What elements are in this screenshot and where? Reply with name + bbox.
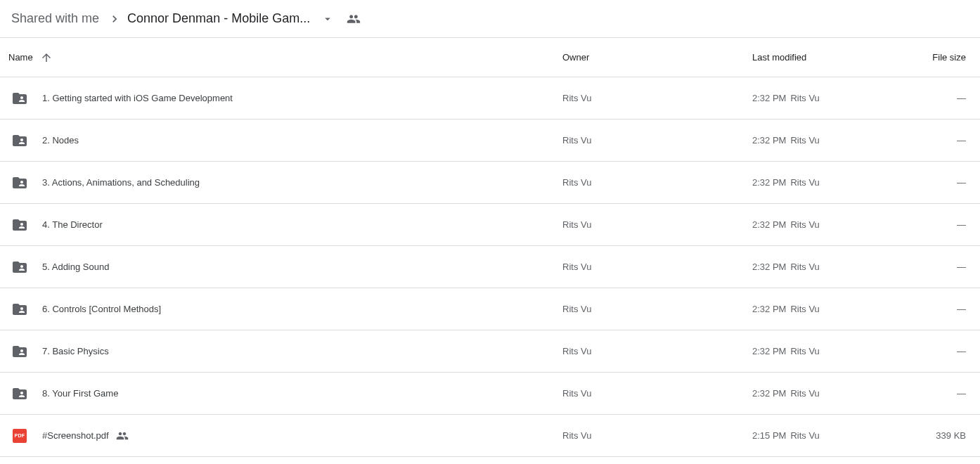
cell-modified: 2:32 PMRits Vu	[752, 135, 925, 146]
modified-by: Rits Vu	[790, 93, 819, 103]
cell-modified: 2:32 PMRits Vu	[752, 177, 925, 188]
column-header-name-label: Name	[8, 52, 33, 63]
file-name: 2. Nodes	[42, 135, 79, 146]
cell-size: —	[925, 219, 969, 230]
file-list: 1. Getting started with iOS Game Develop…	[0, 77, 980, 457]
modified-by: Rits Vu	[790, 219, 819, 230]
modified-by: Rits Vu	[790, 135, 819, 146]
table-row[interactable]: 4. The DirectorRits Vu2:32 PMRits Vu—	[0, 204, 980, 246]
modified-by: Rits Vu	[790, 262, 819, 272]
modified-time: 2:32 PM	[752, 135, 786, 146]
shared-folder-icon	[11, 90, 28, 107]
table-row[interactable]: 1. Getting started with iOS Game Develop…	[0, 77, 980, 120]
breadcrumb-root[interactable]: Shared with me	[11, 11, 103, 26]
cell-modified: 2:32 PMRits Vu	[752, 262, 925, 272]
modified-time: 2:32 PM	[752, 93, 786, 103]
file-name: #Screenshot.pdf	[42, 430, 109, 441]
modified-by: Rits Vu	[790, 304, 819, 314]
column-header-modified[interactable]: Last modified	[752, 52, 925, 63]
cell-modified: 2:32 PMRits Vu	[752, 93, 925, 103]
file-name: 4. The Director	[42, 219, 103, 230]
file-name: 1. Getting started with iOS Game Develop…	[42, 93, 233, 103]
modified-time: 2:15 PM	[752, 430, 786, 441]
cell-owner: Rits Vu	[562, 219, 752, 230]
cell-modified: 2:15 PMRits Vu	[752, 430, 925, 441]
file-name: 7. Basic Physics	[42, 346, 109, 356]
shared-folder-icon	[11, 343, 28, 360]
shared-folder-icon	[11, 301, 28, 318]
modified-by: Rits Vu	[790, 388, 819, 399]
cell-size: —	[925, 304, 969, 314]
table-row[interactable]: 5. Adding SoundRits Vu2:32 PMRits Vu—	[0, 246, 980, 288]
cell-name: 5. Adding Sound	[8, 259, 562, 276]
breadcrumb-current[interactable]: Connor Denman - Mobile Gam...	[126, 11, 311, 26]
modified-time: 2:32 PM	[752, 177, 786, 188]
cell-modified: 2:32 PMRits Vu	[752, 304, 925, 314]
cell-name: 6. Controls [Control Methods]	[8, 301, 562, 318]
file-name: 5. Adding Sound	[42, 262, 109, 272]
people-icon[interactable]	[347, 12, 361, 26]
cell-size: —	[925, 135, 969, 146]
table-row[interactable]: 3. Actions, Animations, and SchedulingRi…	[0, 162, 980, 204]
shared-folder-icon	[11, 132, 28, 149]
column-header-name[interactable]: Name	[8, 51, 562, 64]
cell-owner: Rits Vu	[562, 388, 752, 399]
chevron-right-icon	[108, 12, 122, 26]
column-header-size[interactable]: File size	[925, 52, 969, 63]
cell-modified: 2:32 PMRits Vu	[752, 388, 925, 399]
modified-by: Rits Vu	[790, 346, 819, 356]
cell-owner: Rits Vu	[562, 93, 752, 103]
table-row[interactable]: 8. Your First GameRits Vu2:32 PMRits Vu—	[0, 373, 980, 415]
modified-time: 2:32 PM	[752, 262, 786, 272]
caret-down-icon[interactable]	[321, 13, 334, 25]
cell-name: 7. Basic Physics	[8, 343, 562, 360]
shared-folder-icon	[11, 385, 28, 402]
file-name: 3. Actions, Animations, and Scheduling	[42, 177, 200, 188]
modified-by: Rits Vu	[790, 177, 819, 188]
modified-time: 2:32 PM	[752, 388, 786, 399]
sort-ascending-icon	[40, 51, 53, 64]
breadcrumb: Shared with me Connor Denman - Mobile Ga…	[0, 0, 980, 38]
shared-folder-icon	[11, 217, 28, 233]
cell-owner: Rits Vu	[562, 304, 752, 314]
modified-by: Rits Vu	[790, 430, 819, 441]
cell-owner: Rits Vu	[562, 135, 752, 146]
table-row[interactable]: 2. NodesRits Vu2:32 PMRits Vu—	[0, 120, 980, 162]
cell-size: —	[925, 346, 969, 356]
cell-name: 4. The Director	[8, 217, 562, 233]
cell-modified: 2:32 PMRits Vu	[752, 219, 925, 230]
modified-time: 2:32 PM	[752, 304, 786, 314]
file-name: 8. Your First Game	[42, 388, 118, 399]
modified-time: 2:32 PM	[752, 219, 786, 230]
table-row[interactable]: 6. Controls [Control Methods]Rits Vu2:32…	[0, 288, 980, 330]
table-row[interactable]: PDF#Screenshot.pdfRits Vu2:15 PMRits Vu3…	[0, 415, 980, 457]
table-row[interactable]: 7. Basic PhysicsRits Vu2:32 PMRits Vu—	[0, 330, 980, 373]
file-name: 6. Controls [Control Methods]	[42, 304, 161, 314]
cell-size: —	[925, 388, 969, 399]
cell-name: 8. Your First Game	[8, 385, 562, 402]
cell-owner: Rits Vu	[562, 262, 752, 272]
cell-modified: 2:32 PMRits Vu	[752, 346, 925, 356]
modified-time: 2:32 PM	[752, 346, 786, 356]
shared-folder-icon	[11, 174, 28, 191]
cell-owner: Rits Vu	[562, 177, 752, 188]
cell-size: —	[925, 262, 969, 272]
column-header-owner[interactable]: Owner	[562, 52, 752, 63]
cell-name: 1. Getting started with iOS Game Develop…	[8, 90, 562, 107]
cell-name: PDF#Screenshot.pdf	[8, 427, 562, 444]
cell-size: —	[925, 93, 969, 103]
cell-size: 339 KB	[925, 430, 969, 441]
cell-size: —	[925, 177, 969, 188]
cell-name: 3. Actions, Animations, and Scheduling	[8, 174, 562, 191]
shared-icon	[116, 430, 129, 442]
pdf-icon: PDF	[11, 427, 28, 444]
cell-name: 2. Nodes	[8, 132, 562, 149]
table-header: Name Owner Last modified File size	[0, 38, 980, 77]
shared-folder-icon	[11, 259, 28, 276]
cell-owner: Rits Vu	[562, 346, 752, 356]
cell-owner: Rits Vu	[562, 430, 752, 441]
